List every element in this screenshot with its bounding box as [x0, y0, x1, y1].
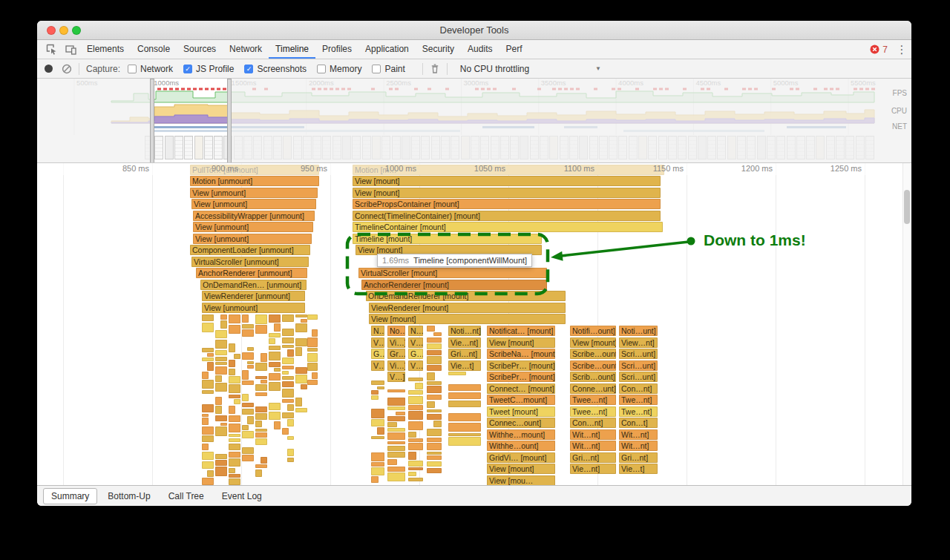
- flame-mosaic-block[interactable]: [255, 429, 267, 432]
- flame-bar[interactable]: Wit…nt]: [619, 441, 658, 451]
- flame-mosaic-block[interactable]: [229, 444, 240, 450]
- flame-bar[interactable]: Vi…]: [387, 360, 405, 371]
- flame-mosaic-block[interactable]: [408, 405, 423, 409]
- flame-mosaic-block[interactable]: [387, 446, 405, 451]
- flame-mosaic-block[interactable]: [408, 438, 423, 441]
- flame-mosaic-block[interactable]: [408, 478, 423, 481]
- flame-bar[interactable]: ViewRenderer [mount]: [369, 303, 566, 313]
- flame-mosaic-block[interactable]: [387, 389, 405, 392]
- flame-mosaic-block[interactable]: [301, 384, 307, 389]
- flame-mosaic-block[interactable]: [242, 394, 249, 401]
- flame-mosaic-block[interactable]: [307, 337, 318, 346]
- flame-bar[interactable]: ScribePr… [mount]: [487, 360, 555, 371]
- flame-mosaic-block[interactable]: [255, 470, 262, 477]
- flame-mosaic-block[interactable]: [282, 337, 294, 344]
- flame-bar[interactable]: Notificat… [mount]: [487, 326, 555, 336]
- flame-bar[interactable]: Gri…nt]: [448, 349, 481, 359]
- flame-bar[interactable]: ViewRenderer [unmount]: [202, 291, 305, 301]
- flame-mosaic-block[interactable]: [269, 412, 281, 421]
- flame-mosaic-block[interactable]: [387, 467, 405, 472]
- flame-mosaic-block[interactable]: [229, 325, 240, 334]
- flame-mosaic-block[interactable]: [215, 383, 227, 392]
- flame-mosaic-block[interactable]: [387, 406, 405, 410]
- flame-bar[interactable]: View [mount]: [353, 176, 661, 186]
- flame-mosaic-block[interactable]: [427, 337, 442, 343]
- flame-mosaic-block[interactable]: [229, 434, 240, 438]
- flame-mosaic-block[interactable]: [433, 332, 442, 336]
- flame-mosaic-block[interactable]: [415, 383, 423, 389]
- flame-mosaic-block[interactable]: [371, 452, 384, 461]
- flame-mosaic-block[interactable]: [229, 415, 240, 423]
- flame-mosaic-block[interactable]: [229, 395, 240, 398]
- flame-bar[interactable]: N…]: [408, 326, 423, 336]
- flame-bar[interactable]: View [unmount]: [193, 234, 312, 244]
- flame-mosaic-block[interactable]: [282, 389, 294, 398]
- flame-mosaic-block[interactable]: [242, 447, 254, 454]
- flame-scrollbar-thumb[interactable]: [904, 190, 910, 224]
- screenshot-thumbnail[interactable]: [214, 136, 223, 159]
- flame-mosaic-block[interactable]: [269, 382, 281, 392]
- inspect-element-icon[interactable]: [42, 40, 61, 59]
- flame-bar[interactable]: View [unmount]: [202, 303, 305, 313]
- flame-mosaic-block[interactable]: [202, 358, 214, 361]
- flame-mosaic-block[interactable]: [261, 353, 267, 362]
- flame-bar[interactable]: Wit…nt]: [570, 429, 616, 440]
- flame-mosaic-block[interactable]: [242, 352, 254, 360]
- flame-bar[interactable]: Connect(TimelineContainer) [mount]: [353, 211, 661, 221]
- screenshot-thumbnail[interactable]: [154, 136, 163, 159]
- device-toolbar-icon[interactable]: [61, 40, 80, 59]
- flame-mosaic-block[interactable]: [387, 422, 397, 427]
- flame-bar[interactable]: Twee…nt]: [570, 406, 616, 417]
- flame-mosaic-block[interactable]: [448, 423, 481, 432]
- checkbox-icon[interactable]: ✓: [183, 65, 192, 73]
- flame-mosaic-block[interactable]: [207, 353, 214, 357]
- flame-mosaic-block[interactable]: [312, 372, 318, 379]
- checkbox-icon[interactable]: [128, 65, 137, 73]
- flame-chart[interactable]: 850 ms900 ms950 ms1000 ms1050 ms1100 ms1…: [37, 163, 911, 485]
- flame-bar[interactable]: TweetC…mount]: [487, 395, 555, 405]
- flame-mosaic-block[interactable]: [234, 399, 240, 404]
- flame-bar[interactable]: View…nt]: [619, 337, 658, 348]
- flame-bar[interactable]: ScribeNa… [mount]: [487, 349, 555, 359]
- flame-mosaic-block[interactable]: [202, 414, 209, 417]
- capture-checkbox-screenshots[interactable]: ✓Screenshots: [244, 64, 307, 74]
- flame-mosaic-block[interactable]: [269, 346, 281, 351]
- tab-security[interactable]: Security: [416, 40, 461, 59]
- flame-mosaic-block[interactable]: [242, 370, 249, 380]
- flame-mosaic-block[interactable]: [215, 366, 227, 375]
- flame-mosaic-block[interactable]: [215, 454, 227, 458]
- flame-bar[interactable]: V…]: [408, 360, 423, 371]
- flame-bar[interactable]: V…]: [408, 337, 423, 348]
- flame-bar[interactable]: Scribe…ount]: [570, 349, 616, 359]
- screenshot-thumbnail[interactable]: [174, 136, 183, 159]
- flame-mosaic-block[interactable]: [408, 396, 423, 404]
- selection-handle-left[interactable]: [150, 79, 154, 163]
- flame-mosaic-block[interactable]: [427, 468, 442, 474]
- flame-mosaic-block[interactable]: [427, 372, 435, 381]
- flame-bar[interactable]: Twe…nt]: [619, 406, 658, 417]
- flame-bar[interactable]: Notifi…ount]: [570, 326, 616, 336]
- flame-mosaic-block[interactable]: [287, 449, 294, 456]
- flame-mosaic-block[interactable]: [408, 378, 423, 381]
- flame-bar[interactable]: AnchorRenderer [mount]: [361, 280, 547, 290]
- flame-mosaic-block[interactable]: [202, 418, 209, 425]
- flame-mosaic-block[interactable]: [269, 314, 281, 323]
- flame-mosaic-block[interactable]: [247, 416, 254, 424]
- flame-mosaic-block[interactable]: [215, 330, 227, 339]
- flame-mosaic-block[interactable]: [427, 455, 442, 460]
- selection-handle-right[interactable]: [227, 79, 232, 163]
- flame-mosaic-block[interactable]: [215, 397, 222, 404]
- flame-mosaic-block[interactable]: [261, 380, 267, 383]
- flame-mosaic-block[interactable]: [202, 478, 214, 484]
- flame-mosaic-block[interactable]: [274, 323, 281, 332]
- flame-mosaic-block[interactable]: [307, 348, 318, 352]
- flame-mosaic-block[interactable]: [282, 376, 294, 380]
- flame-mosaic-block[interactable]: [255, 325, 267, 334]
- flame-mosaic-block[interactable]: [387, 441, 405, 444]
- flame-mosaic-block[interactable]: [371, 409, 384, 418]
- flame-mosaic-block[interactable]: [427, 409, 442, 412]
- flame-bar[interactable]: Timeline [mount]: [353, 234, 542, 244]
- flame-mosaic-block[interactable]: [427, 438, 442, 442]
- flame-mosaic-block[interactable]: [307, 314, 318, 320]
- flame-bar[interactable]: Vie…t]: [448, 360, 481, 371]
